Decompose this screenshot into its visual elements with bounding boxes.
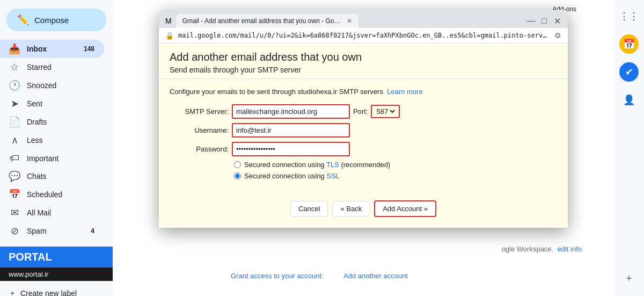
sidebar-item-starred[interactable]: ☆ Starred bbox=[0, 58, 104, 76]
tls-link[interactable]: TLS bbox=[326, 161, 339, 169]
dialog-title: Add another email address that you own bbox=[170, 51, 557, 63]
add-account-button[interactable]: Add Account » bbox=[374, 200, 436, 217]
add-icon-button[interactable]: ＋ bbox=[619, 268, 639, 287]
chrome-close-button[interactable]: ✕ bbox=[553, 16, 561, 26]
inbox-icon: 📥 bbox=[9, 43, 20, 55]
main-area: Add-ons ogle Workspace. edit info Grant … bbox=[113, 0, 614, 296]
plus-icon: ＋ bbox=[9, 288, 16, 296]
sidebar-item-less[interactable]: ∧ Less bbox=[0, 131, 104, 149]
sidebar-item-allmail[interactable]: ✉ All Mail bbox=[0, 204, 104, 222]
sidebar-item-sent[interactable]: ➤ Sent bbox=[0, 95, 104, 113]
sidebar-item-label: Chats bbox=[27, 172, 47, 181]
sidebar: ✏️ Compose 📥 Inbox 148 ☆ Starred 🕐 Snooz… bbox=[0, 0, 113, 296]
spam-icon: ⊘ bbox=[9, 225, 20, 237]
smtp-server-input[interactable] bbox=[232, 104, 350, 119]
chrome-titlebar: M Gmail - Add another email address that… bbox=[159, 10, 568, 28]
allmail-icon: ✉ bbox=[9, 207, 20, 219]
sidebar-item-label: Snoozed bbox=[27, 81, 56, 90]
portal-url: www.portal.ir bbox=[0, 268, 113, 281]
username-row: Username: bbox=[170, 123, 557, 138]
sidebar-item-chats[interactable]: 💬 Chats bbox=[0, 167, 104, 185]
settings-icon[interactable]: ⚙ bbox=[554, 31, 561, 40]
sidebar-item-label: Important bbox=[27, 154, 58, 163]
right-sidebar: ⋮⋮ 📅 ✔ 👤 ＋ bbox=[614, 0, 644, 296]
sidebar-item-inbox[interactable]: 📥 Inbox 148 bbox=[0, 40, 104, 58]
port-group: 587 465 bbox=[371, 105, 400, 118]
compose-button[interactable]: ✏️ Compose bbox=[6, 9, 106, 31]
sent-icon: ➤ bbox=[9, 98, 20, 110]
sidebar-item-label: Scheduled bbox=[27, 190, 62, 199]
dialog-subtitle: Send emails through your SMTP server bbox=[170, 66, 557, 74]
chrome-controls: — □ ✕ bbox=[527, 16, 561, 26]
scheduled-icon: 📅 bbox=[9, 189, 20, 200]
spam-badge: 4 bbox=[91, 227, 94, 235]
sidebar-bottom: PORTAL www.portal.ir bbox=[0, 240, 113, 285]
ssl-link[interactable]: SSL bbox=[326, 172, 340, 180]
portal-badge: PORTAL bbox=[0, 247, 113, 268]
dialog-description: Configure your emails to be sent through… bbox=[170, 88, 557, 96]
tls-radio-row: Secured connection using TLS (recommende… bbox=[234, 161, 557, 169]
smtp-server-label: SMTP Server: bbox=[170, 107, 229, 115]
back-button[interactable]: « Back bbox=[332, 201, 370, 216]
sidebar-item-label: Starred bbox=[27, 63, 52, 71]
inbox-badge: 148 bbox=[84, 45, 94, 53]
sidebar-item-important[interactable]: 🏷 Important bbox=[0, 149, 104, 167]
smtp-server-row: SMTP Server: Port: 587 465 bbox=[170, 104, 557, 119]
address-url[interactable]: mail.google.com/mail/u/0/?ui=2&ik=6a868f… bbox=[178, 32, 550, 39]
snoozed-icon: 🕐 bbox=[9, 80, 20, 91]
ssl-radio-row: Secured connection using SSL bbox=[234, 172, 557, 180]
sidebar-item-scheduled[interactable]: 📅 Scheduled bbox=[0, 185, 104, 204]
chrome-maximize-button[interactable]: □ bbox=[540, 16, 548, 26]
compose-icon: ✏️ bbox=[17, 14, 29, 26]
compose-label: Compose bbox=[34, 16, 69, 25]
port-label: Port: bbox=[353, 107, 368, 115]
chrome-minimize-button[interactable]: — bbox=[527, 16, 536, 26]
important-icon: 🏷 bbox=[9, 153, 20, 164]
dialog-header: Add another email address that you own S… bbox=[159, 44, 568, 79]
drafts-icon: 📄 bbox=[9, 116, 20, 128]
chrome-tab-title: Gmail - Add another email address that y… bbox=[182, 17, 343, 25]
sidebar-item-label: Spam bbox=[27, 227, 47, 235]
ssl-radio[interactable] bbox=[234, 172, 241, 179]
calendar-icon-button[interactable]: 📅 bbox=[619, 34, 639, 54]
dialog-overlay: M Gmail - Add another email address that… bbox=[113, 0, 614, 296]
create-label-text: Create new label bbox=[20, 289, 77, 296]
sidebar-item-drafts[interactable]: 📄 Drafts bbox=[0, 113, 104, 131]
chrome-addressbar: 🔒 mail.google.com/mail/u/0/?ui=2&ik=6a86… bbox=[159, 28, 568, 44]
sidebar-item-label: All Mail bbox=[27, 208, 51, 217]
password-label: Password: bbox=[170, 145, 229, 153]
sidebar-item-label: Less bbox=[27, 136, 43, 145]
ssl-label: Secured connection using SSL bbox=[244, 172, 340, 180]
password-row: Password: bbox=[170, 142, 557, 156]
cancel-button[interactable]: Cancel bbox=[290, 201, 328, 216]
dialog-actions: Cancel « Back Add Account » bbox=[159, 194, 568, 228]
gmail-favicon: M bbox=[165, 17, 172, 25]
sidebar-item-label: Inbox bbox=[27, 45, 47, 53]
chats-icon: 💬 bbox=[9, 170, 20, 182]
security-icon: 🔒 bbox=[165, 32, 174, 40]
chrome-tab-close-button[interactable]: ✕ bbox=[347, 17, 352, 25]
apps-icon-button[interactable]: ⋮⋮ bbox=[619, 6, 639, 26]
password-input[interactable] bbox=[232, 142, 350, 156]
starred-icon: ☆ bbox=[9, 61, 20, 73]
sidebar-item-spam[interactable]: ⊘ Spam 4 bbox=[0, 222, 104, 240]
chrome-window: M Gmail - Add another email address that… bbox=[159, 10, 568, 228]
less-icon: ∧ bbox=[9, 134, 20, 146]
port-select[interactable]: 587 465 bbox=[374, 107, 397, 116]
sidebar-item-label: Drafts bbox=[27, 118, 47, 126]
dialog-body: Configure your emails to be sent through… bbox=[159, 79, 568, 194]
learn-more-link[interactable]: Learn more bbox=[387, 88, 422, 96]
tls-radio[interactable] bbox=[234, 161, 241, 168]
sidebar-item-snoozed[interactable]: 🕐 Snoozed bbox=[0, 76, 104, 95]
dialog-content: Add another email address that you own S… bbox=[159, 44, 568, 228]
sidebar-item-label: Sent bbox=[27, 99, 42, 108]
contacts-icon-button[interactable]: 👤 bbox=[619, 90, 639, 110]
username-input[interactable] bbox=[232, 123, 350, 138]
create-label-button[interactable]: ＋ Create new label bbox=[0, 285, 113, 296]
username-label: Username: bbox=[170, 126, 229, 134]
tasks-icon-button[interactable]: ✔ bbox=[619, 62, 639, 82]
chrome-tab[interactable]: Gmail - Add another email address that y… bbox=[176, 14, 358, 28]
tls-label: Secured connection using TLS (recommende… bbox=[244, 161, 390, 169]
